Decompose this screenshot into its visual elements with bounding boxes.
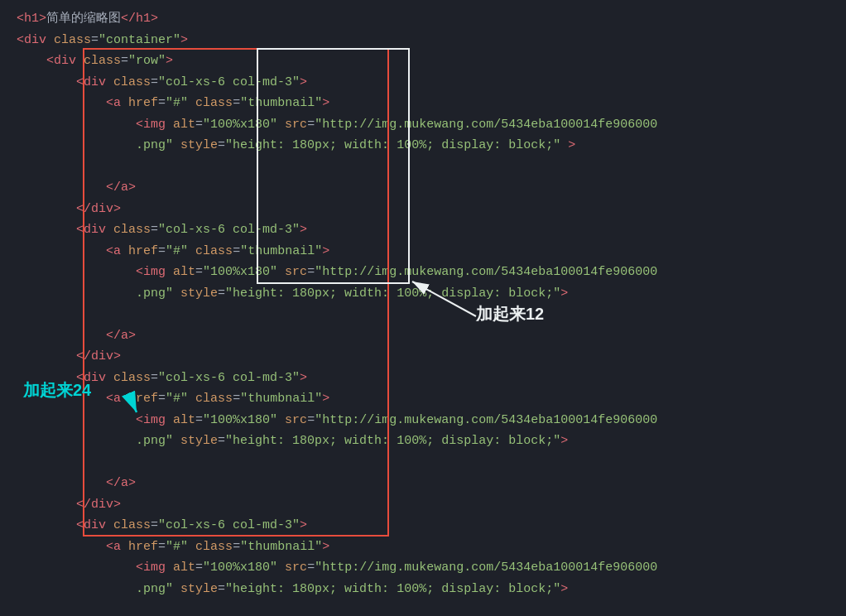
code-line: <img alt="100%x180" src="http://img.muke… — [17, 262, 846, 283]
code-line: .png" style="height: 180px; width: 100%;… — [17, 579, 846, 600]
code-line — [17, 599, 846, 616]
code-line: <div class="col-xs-6 col-md-3"> — [17, 368, 846, 389]
code-line: .png" style="height: 180px; width: 100%;… — [17, 135, 846, 156]
code-line: </a> — [17, 177, 846, 199]
code-line: </div> — [17, 346, 846, 368]
code-line: </div> — [17, 494, 846, 516]
code-line: <div class="col-xs-6 col-md-3"> — [17, 515, 846, 537]
code-line: <div class="row"> — [17, 51, 846, 72]
code-line: <a href="#" class="thumbnail"> — [17, 93, 846, 114]
code-line — [17, 304, 846, 325]
code-line: .png" style="height: 180px; width: 100%;… — [17, 431, 846, 452]
code-line: </div> — [17, 199, 846, 220]
code-line: <img alt="100%x180" src="http://img.muke… — [17, 114, 846, 136]
code-line: </a> — [17, 325, 846, 347]
code-line: </a> — [17, 473, 846, 494]
code-line: <h1>简单的缩略图</h1> — [17, 8, 846, 30]
code-line: <a href="#" class="thumbnail"> — [17, 537, 846, 558]
code-line: <div class="col-xs-6 col-md-3"> — [17, 219, 846, 241]
code-line: .png" style="height: 180px; width: 100%;… — [17, 283, 846, 305]
code-line: <img alt="100%x180" src="http://img.muke… — [17, 410, 846, 431]
code-line: <div class="container"> — [17, 30, 846, 51]
code-editor: <h1>简单的缩略图</h1><div class="container"> <… — [0, 0, 846, 616]
code-line: <div class="col-xs-6 col-md-3"> — [17, 72, 846, 94]
code-line — [17, 452, 846, 474]
code-line — [17, 156, 846, 178]
code-line: <a href="#" class="thumbnail"> — [17, 388, 846, 410]
code-line: <a href="#" class="thumbnail"> — [17, 241, 846, 262]
code-line: <img alt="100%x180" src="http://img.muke… — [17, 557, 846, 579]
